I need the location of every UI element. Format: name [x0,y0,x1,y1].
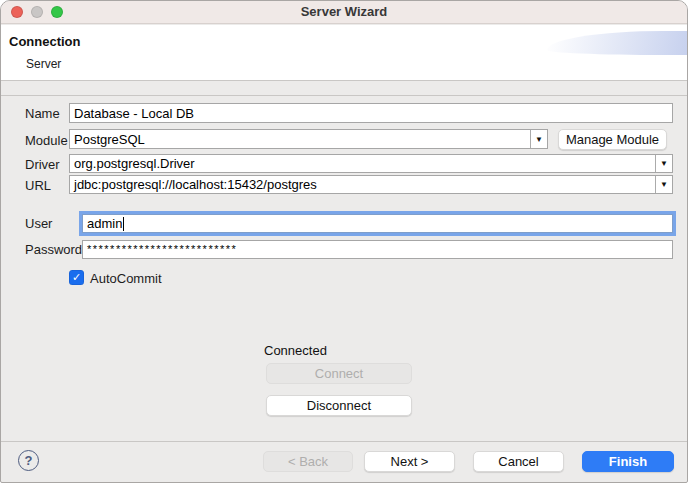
next-button[interactable]: Next > [364,451,455,472]
header-gradient-decoration [547,31,687,55]
name-value: Database - Local DB [74,106,194,121]
module-dropdown-arrow-icon[interactable]: ▼ [530,130,547,148]
server-wizard-dialog: Server Wizard Connection Server Name Dat… [0,0,688,483]
window-title: Server Wizard [1,1,687,23]
module-combo[interactable]: PostgreSQL ▼ [69,129,548,149]
help-button[interactable]: ? [18,450,39,471]
autocommit-checkbox[interactable]: ✓ [69,270,84,285]
name-label: Name [25,106,60,121]
module-value: PostgreSQL [74,132,145,147]
module-label: Module [25,133,68,148]
user-label: User [25,216,52,231]
connect-button[interactable]: Connect [266,363,412,384]
page-title: Connection [9,34,81,49]
disconnect-button[interactable]: Disconnect [266,395,412,416]
manage-module-button[interactable]: Manage Module [558,129,667,150]
text-caret [123,217,124,231]
page-subtitle: Server [26,57,61,71]
autocommit-label[interactable]: AutoCommit [90,271,162,286]
url-label: URL [25,178,51,193]
user-input[interactable]: admin [82,214,673,233]
checkmark-icon: ✓ [72,271,81,284]
cancel-button[interactable]: Cancel [473,451,564,472]
name-input[interactable]: Database - Local DB [69,103,673,123]
title-bar[interactable]: Server Wizard [1,1,687,24]
user-value: admin [87,216,122,231]
back-button[interactable]: < Back [263,451,353,472]
url-dropdown-arrow-icon[interactable]: ▼ [655,176,672,193]
footer-divider [1,441,687,442]
password-label: Password [25,242,82,257]
password-input[interactable]: ************************** [82,240,673,259]
driver-combo[interactable]: org.postgresql.Driver ▼ [69,154,673,173]
driver-label: Driver [25,157,60,172]
url-combo[interactable]: jdbc:postgresql://localhost:15432/postgr… [69,175,673,194]
finish-button[interactable]: Finish [582,451,674,472]
header-divider [1,95,687,96]
help-icon: ? [25,453,33,468]
driver-value: org.postgresql.Driver [74,156,195,171]
wizard-header: Connection Server [1,25,687,81]
driver-dropdown-arrow-icon[interactable]: ▼ [655,155,672,172]
url-value: jdbc:postgresql://localhost:15432/postgr… [74,177,317,192]
connection-status: Connected [264,343,327,358]
password-value: ************************** [87,240,237,259]
